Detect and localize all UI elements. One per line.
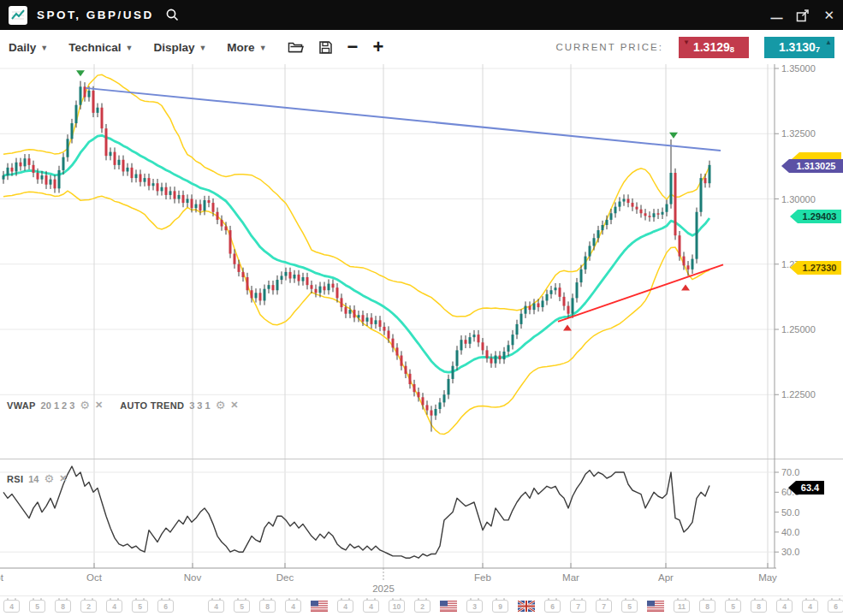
zoom-out-button[interactable]: −: [347, 38, 359, 56]
calendar-event-icon[interactable]: 4: [3, 600, 20, 613]
bid-price-badge: ▼ 1.31298: [679, 37, 749, 58]
rsi-axis-tick-label: 70.0: [781, 467, 799, 477]
calendar-event-icon[interactable]: 2: [80, 600, 97, 613]
display-dropdown[interactable]: Display▼: [153, 41, 206, 54]
symbol-title: SPOT, GBP/USD: [37, 9, 154, 21]
calendar-event-icon[interactable]: 8: [699, 600, 715, 613]
auto-trend-label: AUTO TREND: [120, 400, 184, 411]
price-up-arrow-icon: ▲: [825, 38, 832, 46]
rsi-remove-icon[interactable]: ✕: [59, 473, 67, 484]
us-flag-icon[interactable]: [311, 601, 328, 612]
calendar-event-icon[interactable]: 5: [234, 600, 250, 613]
ask-price-value: 1.3130: [779, 40, 816, 54]
calendar-event-icon[interactable]: 4: [337, 600, 353, 613]
search-icon[interactable]: [165, 8, 180, 22]
calendar-strip: 458245645844410239677511858446: [0, 595, 843, 616]
calendar-event-icon[interactable]: 8: [55, 600, 71, 613]
vwap-label: VWAP: [7, 400, 36, 411]
sell-signal-marker: [76, 70, 85, 76]
bid-price-value: 1.3129: [693, 40, 730, 54]
rsi-line: [3, 466, 709, 558]
calendar-event-icon[interactable]: 8: [751, 600, 767, 613]
auto-trend-remove-icon[interactable]: ✕: [230, 400, 238, 411]
y-axis-tick-label: 1.35000: [781, 64, 816, 74]
close-icon[interactable]: ✕: [823, 8, 834, 23]
calendar-event-icon[interactable]: 11: [674, 600, 690, 613]
open-folder-icon[interactable]: [288, 40, 304, 54]
rsi-axis-tick-label: 50.0: [781, 507, 799, 518]
us-flag-icon[interactable]: [647, 601, 664, 612]
vwap-settings-gear-icon[interactable]: ⚙: [80, 400, 90, 410]
price-down-arrow-icon: ▼: [683, 38, 690, 46]
chevron-down-icon: ▼: [199, 44, 206, 52]
calendar-event-icon[interactable]: 6: [828, 600, 843, 613]
toolbar: Daily▼ Technical▼ Display▼ More▼ − +: [0, 30, 843, 64]
x-axis-month-label: Oct: [86, 572, 103, 583]
vwap-params: 20 1 2 3: [41, 400, 75, 411]
x-axis-month-label: Apr: [658, 572, 674, 583]
x-axis-month-label: May: [758, 572, 777, 583]
indicator-legend-row: VWAP 20 1 2 3 ⚙ ✕ AUTO TREND 3 3 1 ⚙ ✕: [7, 400, 251, 411]
more-dropdown-label: More: [227, 41, 254, 54]
rsi-axis-tick-label: 40.0: [781, 527, 799, 537]
calendar-event-icon[interactable]: 6: [157, 600, 174, 613]
sell-signal-marker: [669, 133, 678, 139]
trendline: [558, 264, 723, 321]
chevron-down-icon: ▼: [40, 44, 48, 52]
timeframe-dropdown-label: Daily: [9, 41, 36, 54]
calendar-event-icon[interactable]: 6: [544, 600, 561, 613]
vwap-remove-icon[interactable]: ✕: [95, 400, 103, 411]
calendar-event-icon[interactable]: 7: [596, 600, 612, 613]
chevron-down-icon: ▼: [125, 44, 133, 52]
calendar-event-icon[interactable]: 4: [285, 600, 301, 613]
ask-price-badge: 1.31307 ▲: [764, 37, 834, 58]
calendar-event-icon[interactable]: 4: [802, 600, 818, 613]
calendar-event-icon[interactable]: 5: [621, 600, 638, 613]
popout-window-button[interactable]: [796, 9, 810, 22]
app-window: SPOT, GBP/USD — ✕ Daily▼ Technical: [0, 0, 843, 616]
uk-flag-icon[interactable]: [518, 601, 535, 612]
zoom-in-button[interactable]: +: [372, 38, 383, 56]
calendar-event-icon[interactable]: 2: [414, 600, 430, 613]
chevron-down-icon: ▼: [259, 44, 267, 52]
auto-trend-settings-gear-icon[interactable]: ⚙: [216, 400, 226, 410]
rsi-params: 14: [28, 474, 39, 484]
rsi-legend: RSI 14 ⚙ ✕: [7, 473, 67, 484]
calendar-event-icon[interactable]: 5: [725, 600, 741, 613]
x-axis-month-label: Nov: [184, 572, 202, 583]
calendar-event-icon[interactable]: 5: [29, 600, 45, 613]
x-axis-month-label: Feb: [474, 572, 491, 583]
calendar-event-icon[interactable]: 3: [466, 600, 483, 613]
rsi-axis-tick-label: 30.0: [781, 547, 799, 557]
bid-price-pip: 8: [730, 44, 734, 54]
more-dropdown[interactable]: More▼: [227, 41, 266, 54]
calendar-event-icon[interactable]: 8: [259, 600, 276, 613]
calendar-event-icon[interactable]: 10: [389, 600, 405, 613]
technical-dropdown[interactable]: Technical▼: [68, 41, 133, 54]
calendar-event-icon[interactable]: 4: [776, 600, 793, 613]
calendar-event-icon[interactable]: 4: [106, 600, 122, 613]
x-axis-month-label: Sept: [0, 572, 4, 583]
calendar-event-icon[interactable]: 9: [492, 600, 508, 613]
x-axis-month-label: Dec: [276, 572, 294, 583]
rsi-axis-tick-label: 60.0: [781, 487, 799, 497]
calendar-event-icon[interactable]: 5: [132, 600, 148, 613]
us-flag-icon[interactable]: [440, 601, 457, 612]
auto-trend-params: 3 3 1: [189, 400, 210, 411]
y-axis-tick-label: 1.32500: [781, 128, 816, 139]
chart-area: 1.350001.325001.300001.275001.250001.225…: [0, 64, 843, 616]
minimize-button[interactable]: —: [770, 14, 782, 22]
calendar-event-icon[interactable]: 7: [570, 600, 586, 613]
rsi-settings-gear-icon[interactable]: ⚙: [45, 474, 55, 483]
current-price-label: CURRENT PRICE:: [555, 42, 663, 52]
x-axis-year-label: 2025: [372, 583, 395, 594]
y-axis-tick-label: 1.27500: [781, 259, 816, 270]
y-axis-tick-label: 1.22500: [781, 389, 816, 400]
ask-price-pip: 7: [816, 44, 820, 54]
calendar-event-icon[interactable]: 4: [208, 600, 224, 613]
rsi-chart[interactable]: 70.060.050.040.030.0SeptOctNovDecFebMarA…: [0, 459, 843, 595]
calendar-event-icon[interactable]: 4: [363, 600, 379, 613]
auto-trend-legend: AUTO TREND 3 3 1 ⚙ ✕: [120, 400, 238, 411]
save-icon[interactable]: [318, 40, 333, 55]
timeframe-dropdown[interactable]: Daily▼: [9, 41, 48, 54]
